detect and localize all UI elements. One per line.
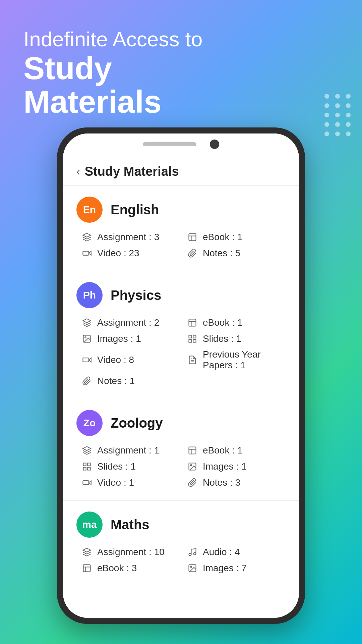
- svg-marker-5: [89, 251, 91, 255]
- app-content: ‹ Study Materials EnEnglishAssignment : …: [63, 155, 299, 618]
- stat-maths-layers: Assignment : 10: [81, 546, 180, 558]
- back-button[interactable]: ‹: [76, 165, 80, 178]
- stat-label: Assignment : 3: [97, 232, 159, 243]
- subject-name-zoology: Zoology: [111, 416, 163, 431]
- phone-mockup: ‹ Study Materials EnEnglishAssignment : …: [57, 127, 305, 624]
- stat-label: Previous Year Papers : 1: [203, 349, 286, 371]
- stat-label: Audio : 4: [203, 547, 240, 557]
- stat-label: Images : 1: [97, 333, 141, 344]
- svg-rect-30: [83, 481, 89, 485]
- stat-english-paperclip: Notes : 5: [187, 248, 286, 259]
- svg-marker-6: [83, 319, 90, 323]
- stat-physics-book: eBook : 1: [187, 317, 286, 328]
- stat-label: Assignment : 10: [97, 547, 165, 557]
- svg-point-29: [190, 465, 192, 466]
- stat-english-layers: Assignment : 3: [81, 231, 180, 243]
- app-header: ‹ Study Materials: [63, 155, 299, 186]
- stat-label: Video : 1: [97, 477, 134, 488]
- stat-zoology-paperclip: Notes : 3: [187, 477, 286, 488]
- stat-label: Notes : 3: [203, 477, 240, 488]
- subject-header-english: EnEnglish: [76, 197, 286, 223]
- svg-rect-27: [87, 467, 90, 470]
- stat-label: Slides : 1: [203, 333, 241, 344]
- svg-marker-0: [83, 233, 90, 237]
- svg-point-11: [85, 337, 86, 338]
- svg-marker-20: [83, 446, 90, 450]
- subject-name-physics: Physics: [111, 288, 161, 303]
- subject-stats-zoology: Assignment : 1eBook : 1Slides : 1Images …: [76, 445, 286, 488]
- subject-stats-physics: Assignment : 2eBook : 1Images : 1Slides …: [76, 317, 286, 387]
- stat-maths-music: Audio : 4: [187, 546, 286, 558]
- svg-point-34: [194, 552, 196, 555]
- svg-rect-21: [189, 447, 196, 454]
- hero-section: Indefinite Access to StudyMaterials: [23, 27, 202, 119]
- subject-avatar-maths: ma: [76, 512, 103, 538]
- subject-header-zoology: ZoZoology: [76, 410, 286, 436]
- grid-icon: [187, 333, 198, 344]
- stat-label: Images : 7: [203, 563, 247, 574]
- stat-label: Notes : 5: [203, 248, 240, 259]
- stat-label: eBook : 1: [203, 317, 242, 328]
- book-icon: [187, 317, 198, 328]
- stat-physics-file-text: Previous Year Papers : 1: [187, 349, 286, 371]
- phone-notch: [63, 133, 299, 155]
- stat-label: eBook : 1: [203, 232, 242, 243]
- svg-rect-16: [83, 358, 89, 362]
- layers-icon: [81, 546, 93, 558]
- image-icon: [187, 461, 198, 472]
- subject-avatar-zoology: Zo: [76, 410, 103, 436]
- stat-zoology-image: Images : 1: [187, 461, 286, 472]
- stat-label: eBook : 3: [97, 563, 137, 574]
- stat-label: Images : 1: [203, 461, 247, 472]
- stat-zoology-grid: Slides : 1: [81, 461, 180, 472]
- stat-label: Video : 23: [97, 248, 139, 259]
- image-icon: [187, 562, 198, 574]
- svg-rect-1: [189, 234, 196, 241]
- svg-rect-35: [83, 565, 90, 572]
- svg-rect-25: [87, 463, 90, 466]
- stat-label: eBook : 1: [203, 445, 242, 456]
- svg-rect-26: [83, 467, 86, 470]
- image-icon: [81, 333, 93, 344]
- file-text-icon: [187, 354, 198, 366]
- subject-header-physics: PhPhysics: [76, 282, 286, 308]
- video-icon: [81, 354, 93, 366]
- subject-section-maths[interactable]: maMathsAssignment : 10Audio : 4eBook : 3…: [63, 501, 299, 586]
- stat-label: Assignment : 1: [97, 445, 159, 456]
- subjects-list: EnEnglishAssignment : 3eBook : 1Video : …: [63, 186, 299, 586]
- svg-rect-7: [189, 319, 196, 326]
- subject-name-english: English: [111, 202, 159, 217]
- svg-point-39: [190, 566, 192, 568]
- stat-physics-layers: Assignment : 2: [81, 317, 180, 328]
- hero-line2: StudyMaterials: [23, 52, 202, 119]
- svg-rect-13: [193, 335, 196, 338]
- stat-physics-image: Images : 1: [81, 333, 180, 344]
- svg-rect-4: [83, 251, 89, 255]
- subject-section-zoology[interactable]: ZoZoologyAssignment : 1eBook : 1Slides :…: [63, 399, 299, 501]
- subject-avatar-physics: Ph: [76, 282, 103, 308]
- stat-label: Assignment : 2: [97, 317, 159, 328]
- video-icon: [81, 477, 93, 488]
- stat-zoology-layers: Assignment : 1: [81, 445, 180, 456]
- app-title: Study Materials: [85, 164, 179, 179]
- book-icon: [187, 445, 198, 456]
- svg-rect-24: [83, 463, 86, 466]
- svg-marker-32: [83, 548, 90, 552]
- svg-rect-12: [189, 335, 192, 338]
- phone-outer: ‹ Study Materials EnEnglishAssignment : …: [57, 127, 305, 624]
- layers-icon: [81, 317, 93, 328]
- subject-section-english[interactable]: EnEnglishAssignment : 3eBook : 1Video : …: [63, 186, 299, 271]
- subject-section-physics[interactable]: PhPhysicsAssignment : 2eBook : 1Images :…: [63, 271, 299, 399]
- stat-zoology-book: eBook : 1: [187, 445, 286, 456]
- subject-name-maths: Maths: [111, 517, 149, 532]
- subject-avatar-english: En: [76, 197, 103, 223]
- svg-rect-15: [193, 339, 196, 342]
- stat-physics-paperclip: Notes : 1: [81, 375, 180, 387]
- subject-header-maths: maMaths: [76, 512, 286, 538]
- book-icon: [187, 231, 198, 243]
- svg-marker-17: [89, 358, 91, 362]
- notch-pill: [143, 142, 196, 146]
- paperclip-icon: [187, 477, 198, 488]
- stat-english-book: eBook : 1: [187, 231, 286, 243]
- video-icon: [81, 248, 93, 259]
